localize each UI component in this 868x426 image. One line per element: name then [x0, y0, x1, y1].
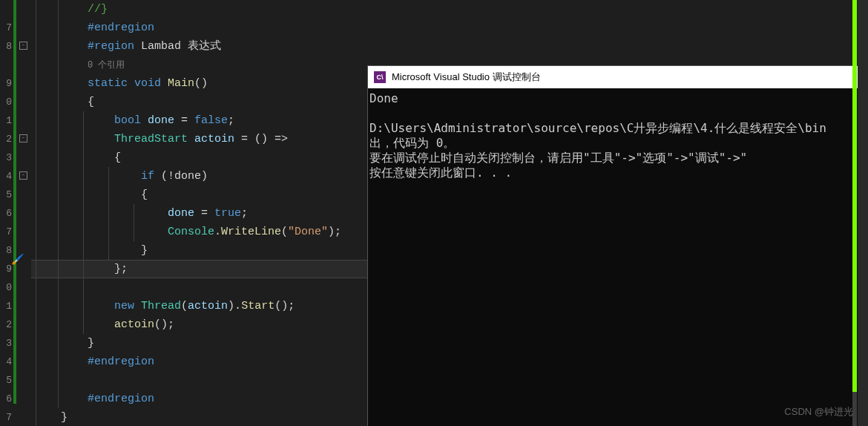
code-line[interactable]: #endregion — [31, 390, 367, 408]
code-line[interactable]: #endregion — [31, 19, 367, 37]
fold-toggle-icon[interactable]: - — [19, 134, 27, 142]
code-line[interactable]: if (!done) — [31, 167, 367, 186]
fold-column[interactable]: - - - — [16, 0, 31, 426]
code-line[interactable]: #endregion — [31, 353, 367, 371]
code-content[interactable]: //} #endregion #region Lambad 表达式 0 个引用 … — [31, 0, 367, 426]
code-line[interactable]: } — [31, 334, 367, 353]
overview-ruler — [852, 0, 857, 426]
vertical-scrollbar[interactable] — [858, 0, 868, 426]
code-line[interactable]: static void Main() — [31, 74, 367, 93]
code-line[interactable] — [31, 371, 367, 390]
code-line[interactable] — [31, 278, 367, 297]
console-titlebar[interactable]: C\ Microsoft Visual Studio 调试控制台 — [368, 66, 868, 88]
line-number-gutter: 789012345678901234567 — [0, 0, 13, 426]
vs-icon: C\ — [374, 71, 386, 83]
code-line[interactable]: { — [31, 93, 367, 111]
code-line[interactable]: } — [31, 408, 367, 426]
fold-toggle-icon[interactable]: - — [19, 42, 27, 50]
code-line[interactable]: { — [31, 148, 367, 167]
code-line-current[interactable]: }; — [31, 260, 367, 278]
code-line[interactable]: { — [31, 186, 367, 204]
code-line[interactable]: } — [31, 241, 367, 260]
lightbulb-icon[interactable]: 🖌️ — [11, 253, 24, 266]
code-line[interactable]: done = true; — [31, 204, 367, 223]
debug-console-window[interactable]: C\ Microsoft Visual Studio 调试控制台 Done D:… — [367, 65, 868, 426]
code-line[interactable]: bool done = false; — [31, 111, 367, 130]
code-editor[interactable]: 789012345678901234567 - - - 🖌️ //} #endr… — [0, 0, 367, 426]
code-line[interactable]: Console.WriteLine("Done"); — [31, 223, 367, 241]
code-line[interactable]: //} — [31, 0, 367, 19]
console-title-text: Microsoft Visual Studio 调试控制台 — [392, 71, 541, 84]
console-output[interactable]: Done D:\Users\Administrator\source\repos… — [368, 88, 868, 183]
code-line[interactable]: ThreadStart actoin = () => — [31, 130, 367, 148]
watermark-text: CSDN @钟进光 — [784, 405, 853, 419]
fold-toggle-icon[interactable]: - — [19, 171, 27, 180]
code-line[interactable]: #region Lambad 表达式 — [31, 37, 367, 56]
codelens-line[interactable]: 0 个引用 — [31, 56, 367, 74]
code-line[interactable]: new Thread(actoin).Start(); — [31, 297, 367, 315]
code-line[interactable]: actoin(); — [31, 315, 367, 334]
